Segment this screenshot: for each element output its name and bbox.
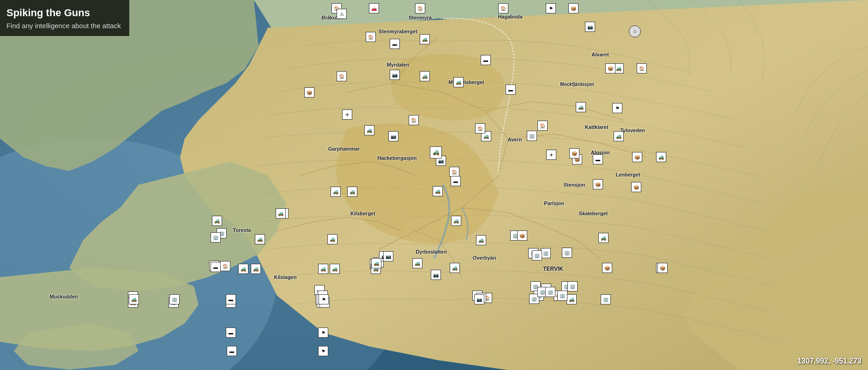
map-icon-screen8[interactable]: ▬	[226, 328, 236, 338]
map-icon-building6[interactable]: 🏢	[541, 248, 551, 258]
map-icon-building3[interactable]: 🏢	[211, 232, 221, 243]
map-icon-vehicle14[interactable]: 🚜	[614, 131, 624, 141]
map-icon-vehicle12[interactable]: 🚜	[331, 187, 341, 197]
map-icon-box5[interactable]: 📦	[569, 148, 579, 158]
map-icon-building17[interactable]: 🏢	[545, 287, 555, 297]
map-icon-screen5[interactable]: ▬	[451, 176, 461, 186]
map-icon-vehicle3[interactable]: 🚜	[420, 71, 430, 81]
map-icon-plane[interactable]: ✈	[342, 109, 352, 120]
map-icon-box[interactable]: 📦	[568, 3, 579, 13]
map-icon-vehicle28[interactable]: 🚜	[330, 264, 340, 274]
map-icon-screen3[interactable]: ▬	[506, 85, 516, 95]
map-icon-camera2[interactable]: 📷	[390, 70, 400, 80]
map-icon-box6[interactable]: 📦	[593, 179, 603, 189]
map-icon-flag[interactable]: ⚑	[546, 3, 556, 13]
map-icon-building[interactable]: 🏢	[527, 131, 537, 141]
map-icon-box10[interactable]: 📦	[602, 263, 612, 273]
map-icon-vehicle7[interactable]: 🚜	[364, 125, 374, 135]
map-icon-vehicle25[interactable]: 🚜	[450, 263, 460, 273]
map-icon-vehicle30[interactable]: 🚜	[567, 294, 577, 304]
map-icon-camera8[interactable]: 📷	[383, 251, 393, 261]
map-icon-box9[interactable]: 📦	[517, 230, 527, 241]
quest-subtitle: Find any intelligence about the attack	[6, 22, 121, 30]
map-icon-box2[interactable]: 📦	[304, 87, 314, 97]
map-icon-vehicle20[interactable]: 🚜	[276, 208, 286, 218]
map-icon-house10[interactable]: 🏠	[449, 167, 459, 177]
map-icon-camera6[interactable]: 📷	[431, 270, 441, 280]
map-icon-screen2[interactable]: ▬	[481, 55, 491, 65]
map-icon-flag9[interactable]: ⚑	[319, 294, 329, 304]
map-icon-flag4[interactable]: ⚑	[318, 328, 328, 338]
map-icon-screen6[interactable]: ▬	[211, 262, 221, 272]
map-icon-screen4[interactable]: ▬	[593, 154, 603, 164]
map-icon-exclaim[interactable]: ⚠	[337, 9, 347, 19]
map-icon-vehicle2[interactable]: 🚜	[420, 34, 430, 44]
map-icon-vehicle9[interactable]: 🚜	[656, 152, 666, 162]
map-icon-house6[interactable]: 🏠	[637, 63, 647, 73]
map-icon-house3[interactable]: 🏠	[498, 3, 508, 13]
map-icon-box3[interactable]: 📦	[605, 63, 615, 73]
map-icon-house5[interactable]: 🏠	[337, 71, 347, 81]
map-icon-vehicle39[interactable]: 🚜	[129, 294, 139, 304]
map-icon-building9[interactable]: 🏢	[601, 294, 611, 304]
map-icon-building7[interactable]: 🏢	[562, 248, 572, 258]
map-icon-building14[interactable]: 🏢	[557, 291, 567, 301]
map-icon-house8[interactable]: 🏠	[475, 123, 485, 133]
map-icon-vehicle13[interactable]: 🚜	[347, 187, 357, 197]
map-icon-house2[interactable]: 🏠	[415, 3, 425, 13]
map-icon-camera[interactable]: 📷	[585, 22, 595, 32]
map-icon-vehicle34[interactable]: 🚜	[371, 258, 381, 268]
coordinates-display: 1307.992, -951.273	[797, 357, 862, 365]
map-icon-flag2[interactable]: ⚑	[612, 103, 622, 113]
map-icon-box12[interactable]: 📦	[632, 152, 642, 162]
map-icon-house7[interactable]: 🏠	[409, 115, 419, 125]
map-icon-screen[interactable]: ▬	[390, 39, 400, 49]
quest-overlay: Spiking the Guns Find any intelligence a…	[0, 0, 129, 36]
map-icon-vehicle24[interactable]: 🚜	[476, 235, 486, 245]
map-icon-vehicle27[interactable]: 🚜	[318, 264, 328, 274]
map-icon-vehicle16[interactable]: 🚜	[255, 234, 265, 244]
map-icon-screen10[interactable]: ▬	[227, 346, 237, 356]
map-icon-box7[interactable]: 📦	[631, 182, 641, 192]
quest-title: Spiking the Guns	[6, 6, 121, 20]
map-icon-circle-quest[interactable]: ○	[629, 25, 641, 37]
map-icon-vehicle22[interactable]: 🚜	[412, 258, 422, 268]
map-icon-box13[interactable]: 📦	[657, 263, 668, 273]
map-icon-plane2[interactable]: ✈	[546, 150, 556, 160]
map-icon-vehicle6[interactable]: 🚜	[576, 102, 586, 112]
map-icon-camera9[interactable]: 📷	[474, 294, 484, 304]
map-icon-vehicle26[interactable]: 🚜	[598, 233, 609, 243]
map-icon-camera3[interactable]: 📷	[388, 131, 398, 141]
map-icon-vehicle19[interactable]: 🚜	[327, 234, 338, 244]
map-icon-vehicle11[interactable]: 🚜	[433, 186, 443, 196]
map-icon-vehicle4[interactable]: 🚜	[453, 77, 464, 87]
map-icon-vehicle18[interactable]: 🚜	[251, 264, 261, 274]
map-icon-building18[interactable]: 🏢	[567, 281, 578, 291]
map-icon-house11[interactable]: 🏠	[220, 261, 230, 271]
map-icon-vehicle10[interactable]: 🚜	[430, 146, 442, 158]
map-background	[0, 0, 868, 370]
map-icon-flag8[interactable]: ⚑	[318, 346, 328, 356]
map-container: Bråkulan Stenmyra Hagaboda Alvaret Stenm…	[0, 0, 868, 370]
map-icon-vehicle15[interactable]: 🚜	[212, 216, 222, 226]
map-icon-vehicle23[interactable]: 🚜	[451, 216, 461, 226]
map-icon-building15[interactable]: 🏢	[532, 250, 542, 261]
map-icon-building19[interactable]: 🏢	[169, 294, 180, 304]
map-icon-vehicle17[interactable]: 🚜	[238, 264, 248, 274]
map-icon-screen12[interactable]: ▬	[226, 294, 236, 304]
map-icon-house9[interactable]: 🏠	[537, 121, 548, 131]
map-icon-house4[interactable]: 🏠	[366, 32, 376, 42]
map-icon-vehicle[interactable]: 🚗	[369, 3, 379, 13]
